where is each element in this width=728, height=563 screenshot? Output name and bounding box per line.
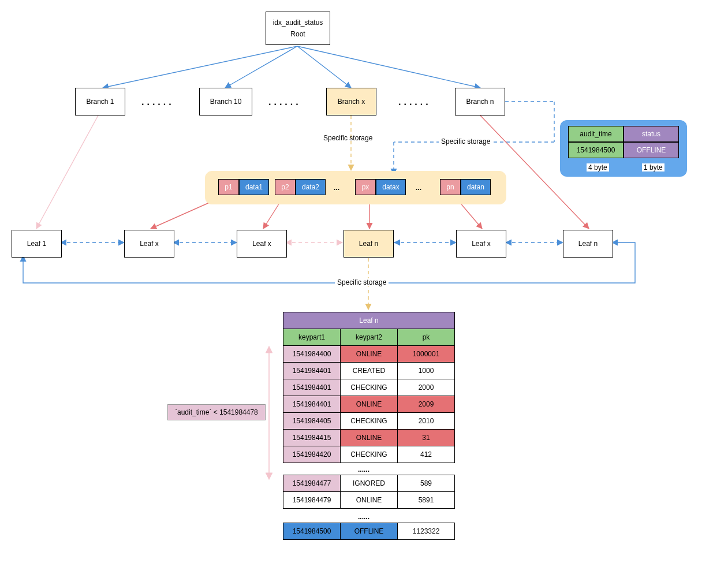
data2: data2 bbox=[296, 179, 326, 195]
p1: p1 bbox=[218, 179, 239, 195]
branch-n: Branch n bbox=[455, 88, 505, 115]
branch-10: Branch 10 bbox=[199, 88, 252, 115]
audit-time-v: 1541984500 bbox=[568, 142, 624, 158]
leaf-x: Leaf x bbox=[124, 230, 174, 258]
root-sub: Root bbox=[290, 30, 305, 38]
branch-x: Branch x bbox=[326, 88, 376, 115]
dots: ...... bbox=[398, 97, 431, 107]
status-v: OFFLINE bbox=[624, 142, 679, 158]
ellipsis: ...... bbox=[358, 465, 369, 473]
specific-label: Specific storage bbox=[323, 134, 372, 142]
diagram-canvas: idx_audit_status Root Branch 1 ...... Br… bbox=[0, 0, 728, 563]
datax: datax bbox=[376, 179, 406, 195]
p2: p2 bbox=[275, 179, 296, 195]
root-node: idx_audit_status Root bbox=[266, 12, 330, 45]
leaf-table: Leaf n keypart1keypart2pk 1541984400ONLI… bbox=[283, 312, 455, 463]
dots: ... bbox=[416, 184, 421, 192]
leaf-1: Leaf 1 bbox=[12, 230, 62, 258]
byte1: 1 byte bbox=[642, 163, 664, 171]
specific-label: Specific storage bbox=[335, 278, 389, 286]
svg-line-9 bbox=[36, 115, 98, 229]
table-title: Leaf n bbox=[283, 312, 455, 329]
branch-1: Branch 1 bbox=[75, 88, 125, 115]
leaf-table-2: 1541984477IGNORED589 1541984479ONLINE589… bbox=[283, 475, 455, 509]
leaf-x: Leaf x bbox=[237, 230, 287, 258]
audit-time-h: audit_time bbox=[568, 126, 624, 142]
dots: ...... bbox=[141, 97, 174, 107]
px: px bbox=[355, 179, 376, 195]
pn: pn bbox=[440, 179, 461, 195]
data1: data1 bbox=[239, 179, 269, 195]
specific-label: Specific storage bbox=[439, 137, 492, 146]
h-keypart2: keypart2 bbox=[341, 329, 398, 346]
leaf-x: Leaf x bbox=[456, 230, 506, 258]
byte4: 4 byte bbox=[587, 163, 609, 171]
status-h: status bbox=[624, 126, 679, 142]
h-pk: pk bbox=[398, 329, 455, 346]
leaf-n: Leaf n bbox=[563, 230, 613, 258]
svg-line-0 bbox=[103, 46, 297, 88]
h-keypart1: keypart1 bbox=[283, 329, 341, 346]
condition-box: `audit_time` < 1541984478 bbox=[167, 404, 266, 420]
leaf-table-3: 1541984500OFFLINE1123322 bbox=[283, 523, 455, 540]
svg-line-1 bbox=[225, 46, 297, 88]
ellipsis: ...... bbox=[358, 513, 369, 521]
dots: ...... bbox=[268, 97, 301, 107]
dots: ... bbox=[334, 184, 339, 192]
leaf-n-hl: Leaf n bbox=[344, 230, 394, 258]
root-title: idx_audit_status bbox=[273, 18, 323, 27]
datan: datan bbox=[461, 179, 491, 195]
